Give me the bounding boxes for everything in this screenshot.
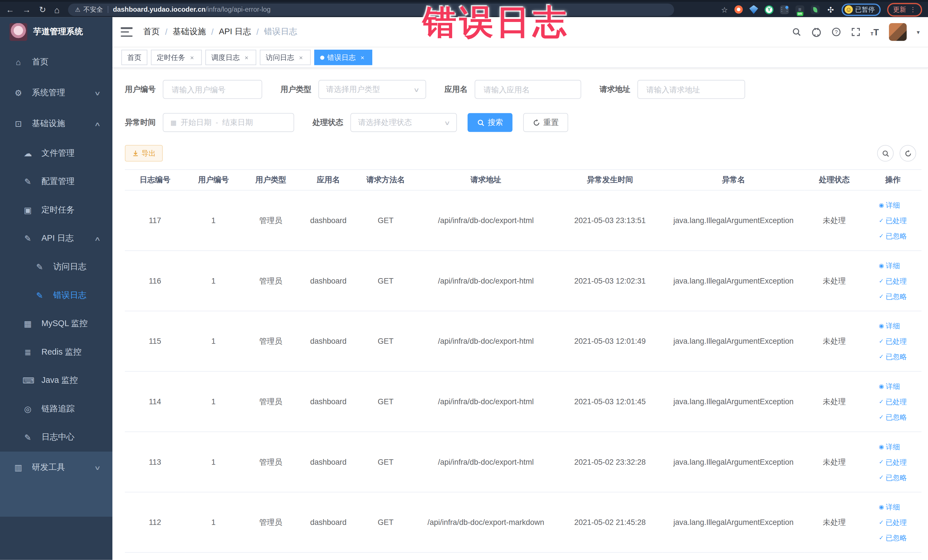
close-icon[interactable]: × xyxy=(243,53,250,61)
mark-processed-link[interactable]: ✓已处理 xyxy=(879,454,907,470)
sidebar-item-redis-monitor[interactable]: ≣ Redis 监控 xyxy=(0,338,112,366)
breadcrumb-home[interactable]: 首页 xyxy=(143,26,160,37)
sidebar-item-config-management[interactable]: ✎ 配置管理 xyxy=(0,168,112,196)
insecure-warning-icon[interactable]: ⚠ xyxy=(75,6,81,13)
request-url-input[interactable] xyxy=(637,80,745,99)
export-button[interactable]: 导出 xyxy=(125,145,163,162)
cell-request-method: GET xyxy=(357,190,414,251)
sidebar-item-error-log[interactable]: ✎ 错误日志 xyxy=(0,281,112,310)
tag-error-log[interactable]: 错误日志 × xyxy=(314,50,372,65)
detail-link[interactable]: ◉详细 xyxy=(879,378,900,394)
sidebar-item-access-log[interactable]: ✎ 访问日志 xyxy=(0,253,112,281)
browser-home-icon[interactable]: ⌂ xyxy=(54,5,60,14)
sidebar-item-scheduled-jobs[interactable]: ▣ 定时任务 xyxy=(0,196,112,224)
col-log-id: 日志编号 xyxy=(125,169,185,190)
extension-icon-green-y[interactable]: Y xyxy=(765,5,773,14)
breadcrumb-infrastructure[interactable]: 基础设施 xyxy=(173,26,206,37)
close-icon[interactable]: × xyxy=(359,53,366,61)
sidebar-item-api-log[interactable]: ✎ API 日志 ∧ xyxy=(0,224,112,253)
app-name-label: 应用名 xyxy=(444,84,467,95)
browser-reload-icon[interactable]: ↻ xyxy=(39,5,46,14)
sidebar-item-trace[interactable]: ◎ 链路追踪 xyxy=(0,395,112,423)
sidebar-item-dev-tools[interactable]: ▥ 研发工具 ∨ xyxy=(0,452,112,484)
refresh-icon xyxy=(904,150,912,157)
sidebar-item-home[interactable]: ⌂ 首页 xyxy=(0,47,112,78)
mark-processed-link[interactable]: ✓已处理 xyxy=(879,213,907,228)
tag-access-log[interactable]: 访问日志 × xyxy=(260,50,311,65)
browser-forward-icon[interactable]: → xyxy=(23,5,31,14)
tag-schedule-log[interactable]: 调度日志 × xyxy=(205,50,256,65)
mark-processed-link[interactable]: ✓已处理 xyxy=(879,515,907,530)
table-row: 115 1 管理员 dashboard GET /api/infra/db-do… xyxy=(125,311,922,371)
avatar-dropdown-caret-icon[interactable]: ▾ xyxy=(917,29,919,35)
cell-user-id: 1 xyxy=(185,492,242,552)
reset-button[interactable]: 重置 xyxy=(523,113,568,132)
search-icon xyxy=(882,150,889,157)
sidebar-collapse-icon[interactable] xyxy=(121,27,132,37)
end-date-placeholder: 结束日期 xyxy=(222,117,253,128)
refresh-button[interactable] xyxy=(899,145,916,162)
extension-icon-sprout[interactable] xyxy=(811,5,820,14)
app-logo[interactable]: 芋道管理系统 xyxy=(0,17,112,47)
eye-icon: ◉ xyxy=(879,258,884,273)
sidebar-item-system-management[interactable]: ⚙ 系统管理 ∨ xyxy=(0,78,112,108)
cell-user-id: 1 xyxy=(185,432,242,492)
address-bar[interactable]: ⚠ 不安全 dashboard.yudao.iocoder.cn /infra/… xyxy=(68,3,674,16)
mark-ignored-link[interactable]: ✓已忽略 xyxy=(879,409,907,425)
bookmark-star-icon[interactable]: ☆ xyxy=(721,5,728,14)
mark-ignored-link[interactable]: ✓已忽略 xyxy=(879,470,907,485)
browser-update-button[interactable]: 更新 ⋮ xyxy=(887,3,922,16)
extension-icon-orange[interactable] xyxy=(734,5,743,14)
extension-icon-grid[interactable]: ⋮⋮ xyxy=(780,5,789,14)
extension-icon-blue[interactable] xyxy=(749,5,758,14)
mark-processed-link[interactable]: ✓已处理 xyxy=(879,394,907,409)
browser-back-icon[interactable]: ← xyxy=(6,5,14,14)
tag-home[interactable]: 首页 xyxy=(121,50,147,65)
col-user-type: 用户类型 xyxy=(242,169,300,190)
mark-ignored-link[interactable]: ✓已忽略 xyxy=(879,530,907,545)
paused-extension-badge[interactable]: ☺ 已暂停 xyxy=(841,3,881,16)
user-avatar[interactable] xyxy=(889,23,907,41)
check-icon: ✓ xyxy=(879,515,884,530)
detail-link[interactable]: ◉详细 xyxy=(879,318,900,334)
user-type-select[interactable]: 请选择用户类型 ∨ xyxy=(318,80,426,99)
close-icon[interactable]: × xyxy=(297,53,305,61)
sidebar-item-mysql-monitor[interactable]: ▦ MySQL 监控 xyxy=(0,310,112,338)
exception-time-range-picker[interactable]: ▦ 开始日期 - 结束日期 xyxy=(163,113,295,132)
detail-link[interactable]: ◉详细 xyxy=(879,258,900,273)
cell-exception-name: java.lang.IllegalArgumentException xyxy=(662,311,804,371)
font-size-icon[interactable]: тT xyxy=(871,27,879,37)
search-button[interactable]: 搜索 xyxy=(467,113,513,132)
close-icon[interactable]: × xyxy=(188,53,196,61)
detail-link[interactable]: ◉详细 xyxy=(879,499,900,515)
paused-label: 已暂停 xyxy=(855,5,875,14)
gear-icon: ⚙ xyxy=(13,88,24,98)
app-name-input[interactable] xyxy=(475,80,581,99)
cell-user-type: 管理员 xyxy=(242,251,300,311)
sidebar-item-infrastructure[interactable]: ⊡ 基础设施 ∧ xyxy=(0,108,112,139)
process-status-select[interactable]: 请选择处理状态 ∨ xyxy=(350,113,457,132)
detail-link[interactable]: ◉详细 xyxy=(879,197,900,213)
fullscreen-icon[interactable] xyxy=(851,27,860,37)
sidebar-item-java-monitor[interactable]: ⌨ Java 监控 xyxy=(0,366,112,395)
browser-menu-icon[interactable]: ⋮ xyxy=(910,6,916,13)
cell-request-method: GET xyxy=(357,251,414,311)
mark-processed-link[interactable]: ✓已处理 xyxy=(879,334,907,349)
search-icon[interactable] xyxy=(792,27,801,37)
tag-scheduled-jobs[interactable]: 定时任务 × xyxy=(151,50,202,65)
github-icon[interactable] xyxy=(811,27,821,37)
mark-ignored-link[interactable]: ✓已忽略 xyxy=(879,288,907,304)
extension-icon-switch[interactable]: ≡on xyxy=(795,5,804,14)
help-icon[interactable]: ? xyxy=(832,27,841,37)
mark-ignored-link[interactable]: ✓已忽略 xyxy=(879,349,907,364)
detail-link[interactable]: ◉详细 xyxy=(879,439,900,454)
user-id-input[interactable] xyxy=(163,80,263,99)
sidebar-item-log-center[interactable]: ✎ 日志中心 xyxy=(0,423,112,452)
toggle-search-button[interactable] xyxy=(877,145,894,162)
breadcrumb-api-log[interactable]: API 日志 xyxy=(219,26,251,37)
mark-ignored-link[interactable]: ✓已忽略 xyxy=(879,228,907,244)
extension-icon-puzzle[interactable]: ✣ xyxy=(826,5,835,14)
mark-processed-link[interactable]: ✓已处理 xyxy=(879,273,907,288)
cell-request-url: /api/infra/db-doc/export-html xyxy=(414,371,557,432)
sidebar-item-file-management[interactable]: ☁ 文件管理 xyxy=(0,139,112,168)
